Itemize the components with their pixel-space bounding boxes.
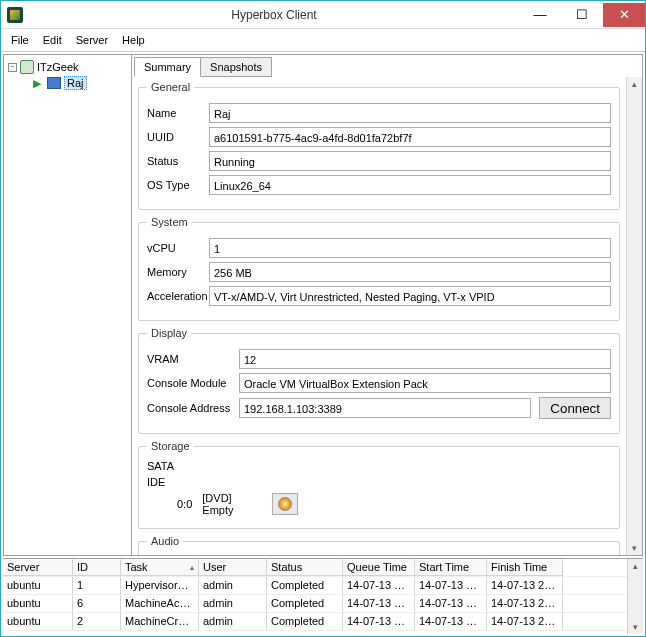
running-icon: ▶ [30, 76, 44, 90]
cell-ft: 14-07-13 21... [487, 595, 563, 612]
disc-icon [278, 497, 292, 511]
scroll-down-icon[interactable]: ▾ [632, 543, 637, 553]
cell-ft: 14-07-13 21... [487, 613, 563, 630]
storage-value: Empty [202, 504, 233, 516]
cell-qt: 14-07-13 21... [343, 577, 415, 594]
tree-vm-label: Raj [64, 76, 87, 90]
console-module-label: Console Module [147, 377, 235, 389]
cell-id: 6 [73, 595, 121, 612]
task-scrollbar[interactable]: ▴ ▾ [627, 559, 643, 634]
disc-select-button[interactable] [272, 493, 298, 515]
task-row[interactable]: ubuntu2MachineCreateadminCompleted14-07-… [3, 613, 627, 631]
col-server[interactable]: Server [3, 559, 73, 576]
col-start-time[interactable]: Start Time [415, 559, 487, 576]
tree-vm-row[interactable]: ▶ Raj [8, 75, 127, 91]
menu-edit[interactable]: Edit [37, 32, 68, 48]
general-legend: General [147, 81, 194, 93]
col-status[interactable]: Status [267, 559, 343, 576]
storage-sata[interactable]: SATA [147, 458, 611, 474]
vm-icon [47, 77, 61, 89]
cell-status: Completed [267, 613, 343, 630]
cell-task: MachineCreate [121, 613, 199, 630]
general-section: General Name Raj UUID a6101591-b775-4ac9… [138, 81, 620, 210]
tree-server-row[interactable]: − ITzGeek [8, 59, 127, 75]
console-address-label: Console Address [147, 402, 235, 414]
name-field[interactable]: Raj [209, 103, 611, 123]
storage-device-row[interactable]: 0:0 [DVD] Empty [147, 490, 611, 518]
connect-button[interactable]: Connect [539, 397, 611, 419]
cell-task: HypervisorC... [121, 577, 199, 594]
status-label: Status [147, 155, 205, 167]
accel-field[interactable]: VT-x/AMD-V, Virt Unrestricted, Nested Pa… [209, 286, 611, 306]
memory-field[interactable]: 256 MB [209, 262, 611, 282]
storage-port: 0:0 [177, 498, 192, 510]
audio-legend: Audio [147, 535, 183, 547]
vcpu-field[interactable]: 1 [209, 238, 611, 258]
storage-type: [DVD] [202, 492, 231, 504]
col-user[interactable]: User [199, 559, 267, 576]
sort-asc-icon: ▴ [190, 561, 194, 574]
window-buttons: — ☐ ✕ [519, 3, 645, 27]
console-address-field[interactable]: 192.168.1.103:3389 [239, 398, 531, 418]
titlebar: Hyperbox Client — ☐ ✕ [1, 1, 645, 29]
storage-section: Storage SATA IDE 0:0 [DVD] Empty [138, 440, 620, 529]
cell-ft: 14-07-13 21... [487, 577, 563, 594]
main-panel: Summary Snapshots General Name Raj UUID … [132, 55, 642, 555]
scroll-down-icon[interactable]: ▾ [633, 622, 638, 632]
maximize-button[interactable]: ☐ [561, 3, 603, 27]
memory-label: Memory [147, 266, 205, 278]
content-area: − ITzGeek ▶ Raj Summary Snapshots Genera… [3, 54, 643, 556]
cell-status: Completed [267, 577, 343, 594]
scroll-up-icon[interactable]: ▴ [632, 79, 637, 89]
task-row[interactable]: ubuntu1HypervisorC...adminCompleted14-07… [3, 577, 627, 595]
cell-server: ubuntu [3, 595, 73, 612]
tab-summary[interactable]: Summary [134, 57, 201, 77]
cell-id: 2 [73, 613, 121, 630]
cell-task: MachineAcpi... [121, 595, 199, 612]
vram-label: VRAM [147, 353, 235, 365]
display-section: Display VRAM 12 Console Module Oracle VM… [138, 327, 620, 434]
display-legend: Display [147, 327, 191, 339]
menubar: File Edit Server Help [1, 29, 645, 52]
server-icon [20, 60, 34, 74]
menu-server[interactable]: Server [70, 32, 114, 48]
storage-ide[interactable]: IDE [147, 474, 611, 490]
server-tree[interactable]: − ITzGeek ▶ Raj [4, 55, 132, 555]
scroll-up-icon[interactable]: ▴ [633, 561, 638, 571]
task-header-row: Server ID Task▴ User Status Queue Time S… [3, 559, 627, 577]
cell-qt: 14-07-13 21... [343, 613, 415, 630]
console-module-field[interactable]: Oracle VM VirtualBox Extension Pack [239, 373, 611, 393]
col-id[interactable]: ID [73, 559, 121, 576]
cell-server: ubuntu [3, 577, 73, 594]
menu-help[interactable]: Help [116, 32, 151, 48]
task-table[interactable]: Server ID Task▴ User Status Queue Time S… [3, 559, 627, 634]
cell-qt: 14-07-13 21... [343, 595, 415, 612]
minimize-button[interactable]: — [519, 3, 561, 27]
app-icon [7, 7, 23, 23]
vram-field[interactable]: 12 [239, 349, 611, 369]
vcpu-label: vCPU [147, 242, 205, 254]
col-finish-time[interactable]: Finish Time [487, 559, 563, 576]
cell-st: 14-07-13 21... [415, 613, 487, 630]
uuid-label: UUID [147, 131, 205, 143]
uuid-field[interactable]: a6101591-b775-4ac9-a4fd-8d01fa72bf7f [209, 127, 611, 147]
accel-label: Acceleration [147, 290, 205, 302]
menu-file[interactable]: File [5, 32, 35, 48]
col-task[interactable]: Task▴ [121, 559, 199, 576]
ostype-field[interactable]: Linux26_64 [209, 175, 611, 195]
status-field[interactable]: Running [209, 151, 611, 171]
close-button[interactable]: ✕ [603, 3, 645, 27]
tab-bar: Summary Snapshots [132, 55, 642, 77]
main-scrollbar[interactable]: ▴ ▾ [626, 77, 642, 555]
tab-snapshots[interactable]: Snapshots [200, 57, 272, 77]
cell-user: admin [199, 595, 267, 612]
cell-status: Completed [267, 595, 343, 612]
storage-legend: Storage [147, 440, 194, 452]
tree-server-label: ITzGeek [37, 61, 79, 73]
cell-st: 14-07-13 21... [415, 595, 487, 612]
ostype-label: OS Type [147, 179, 205, 191]
task-row[interactable]: ubuntu6MachineAcpi...adminCompleted14-07… [3, 595, 627, 613]
tree-collapse-icon[interactable]: − [8, 63, 17, 72]
system-section: System vCPU 1 Memory 256 MB Acceleration… [138, 216, 620, 321]
col-queue-time[interactable]: Queue Time [343, 559, 415, 576]
